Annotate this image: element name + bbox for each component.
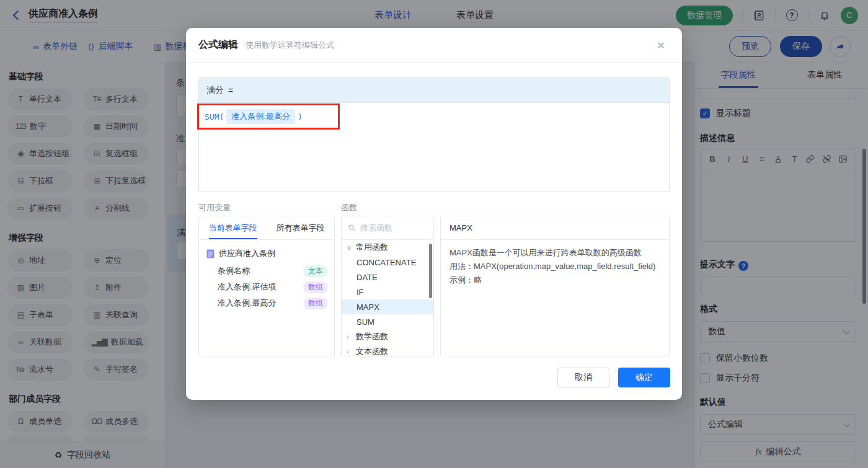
cancel-button[interactable]: 取消 (557, 368, 609, 387)
close-icon[interactable]: × (652, 37, 670, 54)
scrollbar-thumb[interactable] (429, 244, 432, 298)
tab-all-form-fields[interactable]: 所有表单字段 (267, 216, 334, 239)
function-detail-body: MAPX函数是一个可以用来进行跨表单取数的高级函数 用法：MAPX(operat… (441, 240, 669, 293)
formula-editor[interactable]: 满分 = (198, 77, 670, 192)
equals-sign: = (228, 86, 233, 95)
function-item-date[interactable]: DATE (342, 270, 433, 285)
modal-header: 公式编辑 使用数学运算符编辑公式 × (186, 28, 682, 63)
variables-form-node[interactable]: 供应商准入条例 (199, 240, 334, 263)
function-group-math[interactable]: › 数学函数 (342, 329, 433, 344)
detail-description: MAPX函数是一个可以用来进行跨表单取数的高级函数 (450, 246, 660, 260)
variable-field-row[interactable]: 准入条例.评估项 数组 (199, 279, 334, 295)
form-doc-icon (206, 249, 215, 258)
variable-field-row[interactable]: 准入条例.最高分 数组 (199, 295, 334, 311)
variables-panel: 当前表单字段 所有表单字段 供应商准入条例 条例名称 文本 准入条例.评估项 数… (198, 216, 335, 356)
formula-edit-modal: 公式编辑 使用数学运算符编辑公式 × 满分 = SUM( 准入条例.最高分 ) … (186, 28, 682, 400)
function-search[interactable] (342, 216, 433, 240)
confirm-button[interactable]: 确定 (618, 368, 670, 387)
formula-target: 满分 (206, 85, 224, 96)
detail-usage: 用法：MAPX(operation,map_value,map_field,re… (450, 260, 660, 273)
variables-tabs: 当前表单字段 所有表单字段 (199, 216, 334, 240)
modal-title: 公式编辑 (198, 38, 238, 51)
tab-current-form-fields[interactable]: 当前表单字段 (199, 216, 267, 239)
function-group-common[interactable]: ∨ 常用函数 (342, 240, 433, 255)
annotation-highlight-box (197, 104, 340, 130)
app-screen: 供应商准入条例 表单设计 表单设置 数据管理 ? (0, 0, 868, 468)
function-item-mapx-selected[interactable]: MAPX (342, 299, 433, 314)
modal-subtitle: 使用数学运算符编辑公式 (246, 40, 334, 51)
function-group-text[interactable]: › 文本函数 (342, 344, 433, 356)
formula-target-strip: 满分 = (199, 78, 669, 103)
functions-label: 函数 (341, 202, 357, 213)
variables-label: 可用变量 (198, 202, 231, 213)
type-badge: 数组 (303, 281, 328, 293)
variable-field-row[interactable]: 条例名称 文本 (199, 263, 334, 279)
functions-panel: ∨ 常用函数 CONCATENATE DATE IF MAPX SUM › 数学… (341, 216, 434, 356)
type-badge: 文本 (303, 265, 328, 277)
detail-example: 示例：略 (450, 273, 660, 287)
caret-right-icon: › (347, 348, 353, 355)
type-badge: 数组 (303, 298, 328, 309)
caret-right-icon: › (347, 333, 353, 340)
function-detail-name: MAPX (441, 216, 669, 240)
function-list: ∨ 常用函数 CONCATENATE DATE IF MAPX SUM › 数学… (342, 240, 433, 356)
function-item-concatenate[interactable]: CONCATENATE (342, 255, 433, 270)
search-icon (348, 224, 356, 232)
function-item-if[interactable]: IF (342, 285, 433, 299)
function-search-input[interactable] (360, 223, 422, 232)
function-detail-panel: MAPX MAPX函数是一个可以用来进行跨表单取数的高级函数 用法：MAPX(o… (440, 216, 670, 356)
function-item-sum[interactable]: SUM (342, 314, 433, 329)
caret-down-icon: ∨ (347, 244, 353, 252)
